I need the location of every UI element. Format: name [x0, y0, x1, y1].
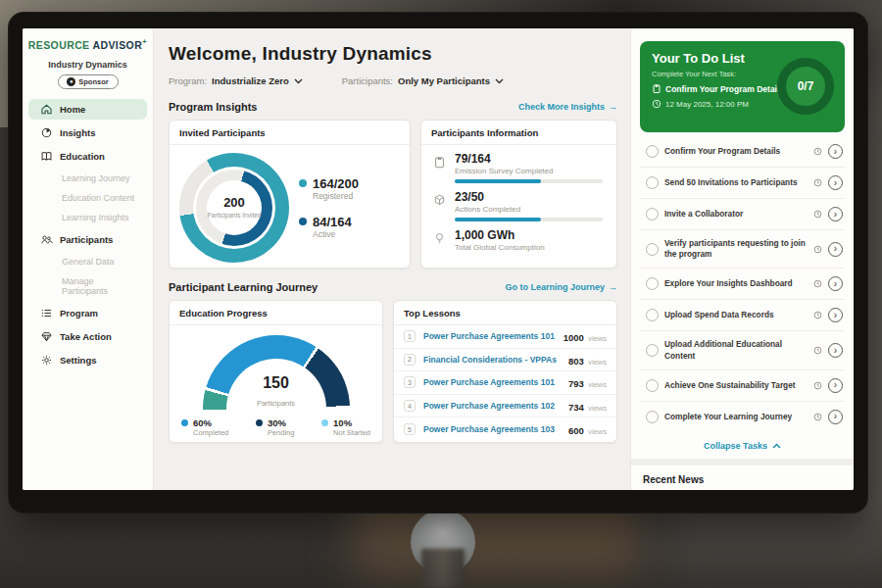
lesson-link[interactable]: Power Purchase Agreements 102	[423, 401, 561, 411]
invited-participants-donut-chart: 200 Participants Invited	[179, 153, 289, 263]
check-more-insights-link[interactable]: Check More Insights →	[518, 102, 617, 112]
logo-plus: +	[142, 37, 147, 46]
task-row-upload-spend-data[interactable]: Upload Spend Data Records ›	[640, 300, 845, 331]
sidebar-item-program[interactable]: Program	[28, 303, 147, 323]
chevron-right-icon[interactable]: ›	[828, 175, 843, 190]
clock-icon	[813, 381, 822, 390]
legend-value: 30%	[268, 417, 295, 428]
task-row-explore-insights[interactable]: Explore Your Insights Dashboard ›	[640, 269, 845, 300]
sidebar-item-general-data[interactable]: General Data	[28, 253, 147, 270]
sponsor-label: Sponsor	[78, 77, 108, 86]
task-row-send-invitations[interactable]: Send 50 Invitations to Participants ›	[640, 168, 845, 199]
lightbulb-icon	[433, 231, 446, 246]
top-lessons-card: Top Lessons 1 Power Purchase Agreements …	[393, 300, 617, 443]
collapse-label: Collapse Tasks	[704, 441, 767, 451]
lesson-views: 600	[568, 425, 584, 436]
clipboard-icon	[433, 155, 446, 170]
sidebar-item-education[interactable]: Education	[28, 146, 147, 167]
legend-value: 10%	[333, 417, 370, 428]
chevron-right-icon[interactable]: ›	[828, 242, 843, 257]
task-row-upload-educational-content[interactable]: Upload Additional Educational Content ›	[640, 331, 845, 369]
task-checkbox[interactable]	[646, 277, 659, 290]
task-checkbox[interactable]	[646, 243, 659, 256]
task-checkbox[interactable]	[646, 208, 659, 220]
chevron-right-icon[interactable]: ›	[828, 276, 843, 291]
clock-icon	[813, 245, 822, 254]
sidebar-item-learning-journey[interactable]: Learning Journey	[28, 170, 147, 187]
sidebar-item-education-content[interactable]: Education Content	[28, 189, 147, 207]
chevron-right-icon[interactable]: ›	[828, 343, 843, 358]
task-row-confirm-program[interactable]: Confirm Your Program Details ›	[640, 136, 845, 168]
chevron-right-icon[interactable]: ›	[828, 144, 843, 159]
chevron-right-icon[interactable]: ›	[828, 378, 843, 393]
views-label: views	[588, 358, 607, 367]
sidebar-item-participants[interactable]: Participants	[28, 229, 147, 250]
progress-bar-actions	[455, 218, 603, 221]
sidebar-item-learning-insights[interactable]: Learning Insights	[28, 209, 147, 226]
views-label: views	[588, 404, 607, 413]
chevron-right-icon[interactable]: ›	[828, 308, 843, 322]
lesson-row: 5 Power Purchase Agreements 103 600 view…	[394, 417, 616, 441]
task-row-complete-learning-journey[interactable]: Complete Your Learning Journey ›	[640, 402, 845, 432]
clock-icon	[813, 279, 822, 288]
legend-pending: 30% Pending	[256, 417, 295, 437]
education-progress-gauge-chart: 150 Participants	[203, 335, 350, 410]
task-checkbox[interactable]	[646, 176, 659, 189]
task-row-verify-participants[interactable]: Verify participants requesting to join t…	[640, 230, 845, 269]
sidebar-item-insights[interactable]: Insights	[28, 122, 147, 143]
task-label: Confirm Your Program Details	[664, 146, 808, 157]
sidebar-item-take-action[interactable]: Take Action	[28, 326, 147, 347]
collapse-tasks-link[interactable]: Collapse Tasks	[640, 432, 845, 459]
registered-label: Registered	[313, 191, 353, 201]
lesson-rank: 5	[404, 423, 416, 435]
todo-progress-value: 0/7	[798, 79, 814, 93]
participants-information-card: Participants Information 79/164 Emission…	[420, 120, 617, 269]
task-checkbox[interactable]	[646, 379, 659, 392]
organization-name: Industry Dynamics	[23, 60, 153, 70]
legend-dot-pending	[256, 419, 263, 426]
chevron-right-icon[interactable]: ›	[828, 207, 843, 221]
lesson-link[interactable]: Financial Considerations - VPPAs	[423, 355, 561, 365]
main-content: Welcome, Industry Dynamics Program: Indu…	[154, 28, 630, 490]
program-value: Industrialize Zero	[212, 75, 289, 86]
lesson-link[interactable]: Power Purchase Agreements 103	[423, 424, 561, 434]
sidebar-item-settings[interactable]: Settings	[28, 350, 147, 370]
task-row-achieve-target[interactable]: Achieve One Sustainability Target ›	[640, 370, 845, 402]
sidebar-item-home[interactable]: Home	[28, 99, 147, 120]
gauge-center-value: 150	[203, 374, 350, 392]
task-checkbox[interactable]	[646, 411, 659, 423]
task-label: Explore Your Insights Dashboard	[664, 278, 808, 289]
stat-label: Total Global Consumption	[455, 243, 603, 252]
sidebar-item-label: Insights	[60, 127, 95, 138]
task-checkbox[interactable]	[646, 344, 659, 357]
task-label: Invite a Collaborator	[664, 209, 808, 220]
program-label: Program:	[169, 75, 207, 86]
views-label: views	[588, 427, 607, 436]
lesson-link[interactable]: Power Purchase Agreements 101	[423, 331, 556, 341]
task-row-invite-collaborator[interactable]: Invite a Collaborator ›	[640, 199, 845, 230]
sidebar-item-label: Education	[60, 151, 105, 162]
recent-news-card: Recent News	[640, 466, 845, 490]
task-checkbox[interactable]	[646, 145, 659, 158]
lesson-views: 734	[568, 402, 584, 413]
participants-dropdown[interactable]: Participants: Only My Participants	[342, 75, 504, 86]
todo-next-task: Confirm Your Program Details	[665, 84, 784, 94]
task-label: Verify participants requesting to join t…	[664, 238, 808, 260]
sidebar-item-manage-participants[interactable]: Manage Participants	[28, 272, 147, 300]
chevron-right-icon[interactable]: ›	[828, 410, 843, 424]
sidebar-item-label: Program	[60, 308, 98, 318]
sponsor-badge[interactable]: ● Sponsor	[58, 74, 119, 89]
clock-icon	[813, 413, 822, 421]
cube-icon	[433, 193, 446, 207]
gauge-center-label: Participants	[257, 399, 295, 408]
gear-icon	[40, 354, 53, 367]
sidebar-item-label: Home	[60, 104, 85, 115]
task-checkbox[interactable]	[646, 309, 659, 321]
lesson-link[interactable]: Power Purchase Agreements 101	[423, 377, 561, 387]
arrow-right-icon: →	[609, 282, 617, 292]
recent-news-heading: Recent News	[643, 474, 842, 490]
todo-due-date: 12 May 2025, 12:00 PM	[665, 100, 749, 109]
logo-text-advisor: ADVISOR	[92, 39, 142, 51]
program-dropdown[interactable]: Program: Industrialize Zero	[169, 75, 303, 86]
go-to-learning-journey-link[interactable]: Go to Learning Journey →	[505, 282, 617, 292]
